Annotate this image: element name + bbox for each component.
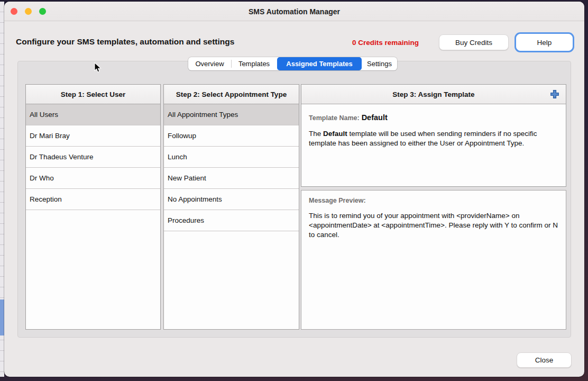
- step3-header-label: Step 3: Assign Template: [392, 90, 474, 98]
- list-item-appointment-type[interactable]: No Appointments: [164, 189, 299, 210]
- list-item-user[interactable]: Dr Thadeus Venture: [26, 147, 160, 168]
- page-title: Configure your SMS templates, automation…: [16, 37, 234, 47]
- assign-template-box: Step 3: Assign Template Template Name:De…: [301, 84, 566, 187]
- step3-header: Step 3: Assign Template: [301, 85, 566, 104]
- tab-settings[interactable]: Settings: [362, 57, 397, 70]
- plus-icon[interactable]: [549, 89, 560, 99]
- mouse-cursor: [94, 62, 104, 75]
- tab-templates[interactable]: Templates: [231, 57, 277, 70]
- assigned-templates-panel: Step 1: Select User All Users Dr Mari Br…: [17, 61, 571, 338]
- list-item-user[interactable]: Dr Who: [26, 168, 160, 189]
- template-description: The Default template will be used when s…: [309, 129, 551, 148]
- background-app-strip: [0, 2, 4, 377]
- window-title: SMS Automation Manager: [4, 2, 584, 21]
- tab-bar: Overview Templates Assigned Templates Se…: [188, 57, 397, 70]
- template-name-value: Default: [362, 113, 388, 122]
- message-preview-label: Message Preview:: [309, 197, 558, 204]
- message-preview-box: Message Preview: This is to remind you o…: [301, 190, 566, 330]
- message-preview-text: This is to remind you of your appointmen…: [309, 211, 558, 240]
- list-item-appointment-type[interactable]: Procedures: [164, 210, 299, 231]
- template-name-label: Template Name:: [309, 114, 360, 122]
- help-button[interactable]: Help: [516, 34, 573, 51]
- user-list: Step 1: Select User All Users Dr Mari Br…: [25, 84, 161, 330]
- tab-overview[interactable]: Overview: [188, 57, 231, 70]
- title-bar: SMS Automation Manager: [4, 2, 584, 21]
- tab-assigned-templates[interactable]: Assigned Templates: [277, 57, 362, 70]
- step1-header: Step 1: Select User: [26, 85, 160, 104]
- background-selected-row: [0, 300, 4, 335]
- list-item-appointment-type[interactable]: Followup: [164, 125, 299, 147]
- list-item-user[interactable]: Reception: [26, 189, 160, 210]
- template-name-row: Template Name:Default: [309, 113, 554, 122]
- list-item-user[interactable]: Dr Mari Bray: [26, 125, 160, 147]
- description-bold-word: Default: [323, 130, 347, 138]
- list-item-all-users[interactable]: All Users: [26, 104, 160, 125]
- buy-credits-button[interactable]: Buy Credits: [439, 34, 509, 50]
- close-button[interactable]: Close: [517, 352, 572, 368]
- description-text: The: [309, 130, 323, 138]
- step2-header: Step 2: Select Appointment Type: [164, 85, 299, 104]
- list-item-appointment-type[interactable]: Lunch: [164, 147, 299, 168]
- list-item-appointment-type[interactable]: New Patient: [164, 168, 299, 189]
- sms-automation-manager-window: SMS Automation Manager Configure your SM…: [4, 2, 584, 377]
- credits-remaining-label: 0 Credits remaining: [352, 39, 419, 47]
- list-item-all-appointment-types[interactable]: All Appointment Types: [164, 104, 299, 125]
- appointment-type-list: Step 2: Select Appointment Type All Appo…: [163, 84, 299, 330]
